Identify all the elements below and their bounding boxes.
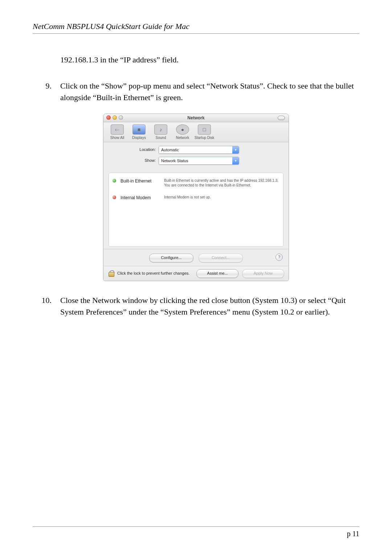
toolbar-toggle-icon[interactable] <box>278 116 285 120</box>
assist-me-button[interactable]: Assist me... <box>196 269 238 278</box>
network-status-list: Built-in Ethernet Built-in Ethernet is c… <box>109 173 283 247</box>
toolbar-label: Sound <box>150 135 172 141</box>
configure-button[interactable]: Configure... <box>149 254 193 262</box>
network-icon: ● <box>176 124 189 135</box>
location-popup[interactable]: Automatic ▾ <box>159 146 239 154</box>
displays-icon: ■ <box>132 124 146 135</box>
show-popup[interactable]: Network Status ▾ <box>159 157 239 165</box>
step-10-number: 10. <box>33 295 52 318</box>
startup-disk-icon: □ <box>198 124 211 135</box>
toolbar-label: Show All <box>106 135 128 141</box>
connect-button[interactable]: Connect... <box>199 254 243 262</box>
toolbar-sound[interactable]: ♪ Sound <box>150 124 172 141</box>
help-button[interactable]: ? <box>275 254 283 261</box>
window-titlebar: Network <box>103 114 289 122</box>
status-row-modem[interactable]: Internal Modem Internal Modem is not set… <box>113 193 279 206</box>
toolbar-startup-disk[interactable]: □ Startup Disk <box>193 124 215 141</box>
doc-header: NetComm NB5PLUS4 QuickStart Guide for Ma… <box>33 22 359 34</box>
step-10: 10. Close the Network window by clicking… <box>33 295 359 318</box>
interface-desc: Internal Modem is not set up. <box>164 195 279 201</box>
step-10-text: Close the Network window by clicking the… <box>60 295 359 318</box>
toolbar-label: Displays <box>128 135 150 141</box>
interface-name: Internal Modem <box>121 195 164 201</box>
toolbar-displays[interactable]: ■ Displays <box>128 124 150 141</box>
macos-network-window: Network ‹·· Show All ■ Displays ♪ Sound <box>103 114 289 281</box>
step8-fragment: 192.168.1.3 in the “IP address” field. <box>60 54 359 66</box>
lock-icon[interactable] <box>108 270 114 277</box>
apply-now-button[interactable]: Apply Now <box>242 269 284 278</box>
show-value: Network Status <box>159 157 232 164</box>
interface-desc: Built-in Ethernet is currently active an… <box>164 178 279 188</box>
chevron-updown-icon: ▾ <box>232 146 239 153</box>
step-9-number: 9. <box>33 80 52 103</box>
location-value: Automatic <box>159 146 232 153</box>
show-label: Show: <box>109 158 159 164</box>
lock-text: Click the lock to prevent further change… <box>117 271 189 276</box>
toolbar-label: Startup Disk <box>193 135 215 141</box>
step-9-text: Click on the “Show” pop-up menu and sele… <box>60 80 359 103</box>
interface-name: Built-in Ethernet <box>121 178 164 188</box>
status-bullet-red-icon <box>113 196 116 199</box>
toolbar-network[interactable]: ● Network <box>172 124 193 141</box>
toolbar-label: Network <box>172 135 193 141</box>
status-row-ethernet[interactable]: Built-in Ethernet Built-in Ethernet is c… <box>113 176 279 193</box>
step-9: 9. Click on the “Show” pop-up menu and s… <box>33 80 359 103</box>
chevron-updown-icon: ▾ <box>232 157 239 164</box>
pref-toolbar: ‹·· Show All ■ Displays ♪ Sound ● Networ… <box>103 122 289 143</box>
toolbar-show-all[interactable]: ‹·· Show All <box>106 124 128 141</box>
page-number: p 11 <box>33 526 359 538</box>
sound-icon: ♪ <box>154 124 167 135</box>
window-title: Network <box>103 115 289 121</box>
status-bullet-green-icon <box>113 179 116 182</box>
location-label: Location: <box>109 147 159 153</box>
show-all-icon: ‹·· <box>111 124 124 135</box>
